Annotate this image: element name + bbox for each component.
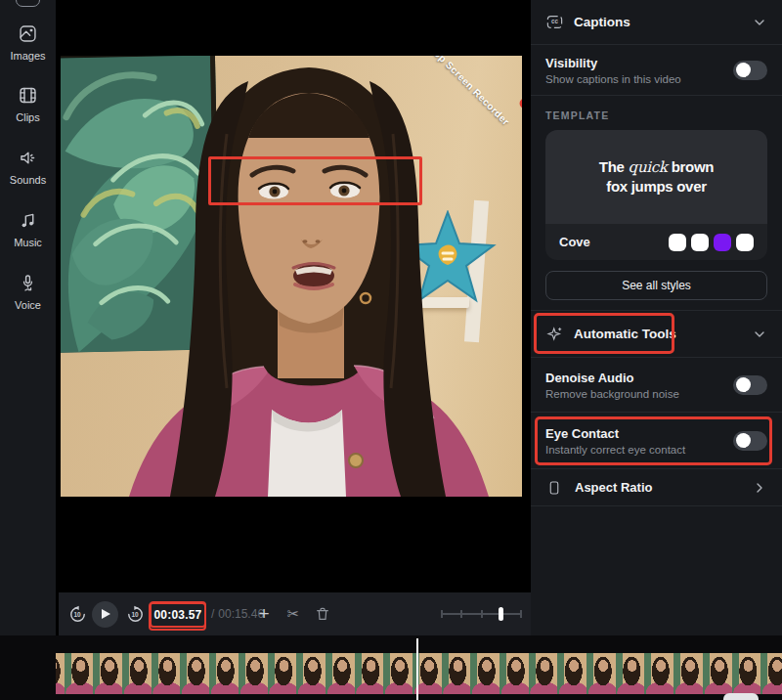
eye-contact-row: Eye Contact Instantly correct eye contac… [531, 413, 782, 469]
timeline-thumbnail[interactable] [529, 653, 558, 694]
bottom-corner-button[interactable] [723, 693, 759, 700]
sidebar-item-music[interactable]: Music [0, 210, 56, 248]
timeline-thumbnail[interactable] [760, 653, 782, 694]
color-swatch[interactable] [669, 234, 686, 251]
template-word: brown [672, 157, 715, 177]
automatic-tools-header[interactable]: Automatic Tools [531, 311, 782, 358]
sidebar-item-voice[interactable]: Voice [0, 273, 56, 311]
denoise-audio-row: Denoise Audio Remove background noise [531, 358, 782, 413]
template-word: The [599, 157, 625, 177]
sidebar-item-label: Music [14, 237, 42, 248]
forward-10-button[interactable]: 10 [122, 592, 148, 635]
split-scissors-button[interactable]: ✂ [282, 592, 305, 635]
timeline-thumbnail[interactable] [703, 653, 732, 694]
eye-contact-subtitle: Instantly correct eye contact [545, 444, 685, 456]
play-icon [102, 609, 110, 619]
visibility-toggle[interactable] [733, 61, 767, 80]
timeline-thumbnail[interactable] [616, 653, 645, 694]
sidebar-item-clips[interactable]: Clips [0, 85, 56, 123]
video-editor-app: Images Clips Sounds Music [0, 0, 782, 700]
images-icon [18, 23, 38, 44]
color-swatch[interactable] [691, 234, 709, 251]
partial-sidebar-icon [16, 0, 40, 7]
timeline-thumbnail[interactable] [296, 653, 326, 694]
template-section-label: TEMPLATE [545, 109, 767, 121]
playback-controls: 10 10 00:03.57 / 00:15.46 + ✂ [59, 592, 531, 635]
template-style-row: Cove [545, 224, 767, 260]
sidebar: Images Clips Sounds Music [0, 0, 56, 635]
template-section: TEMPLATE The quick brown fox jumps over … [531, 96, 782, 311]
template-preview: The quick brown fox jumps over [545, 130, 767, 224]
zoom-slider-thumb[interactable] [499, 607, 503, 621]
timeline-thumbnail[interactable] [122, 653, 152, 694]
timeline-thumbnail[interactable] [470, 653, 500, 694]
denoise-toggle[interactable] [733, 375, 767, 395]
current-time-value: 00:03.57 [154, 608, 202, 622]
timeline-thumbnail[interactable] [152, 653, 181, 694]
template-card[interactable]: The quick brown fox jumps over Cove [545, 130, 767, 260]
video-preview: iTop Screen Recorder [61, 56, 522, 497]
timeline-thumbnail[interactable] [355, 653, 384, 694]
voice-icon [18, 273, 38, 293]
timeline-zoom-slider[interactable] [441, 613, 522, 615]
timeline-thumbnail[interactable] [673, 653, 703, 694]
sidebar-item-images[interactable]: Images [0, 23, 56, 62]
add-clip-button[interactable]: + [252, 592, 276, 635]
timeline [0, 635, 782, 700]
timeline-thumbnail[interactable] [209, 653, 239, 694]
see-all-styles-button[interactable]: See all styles [545, 271, 767, 300]
timeline-thumbnail[interactable] [239, 653, 268, 694]
sidebar-item-label: Sounds [10, 174, 46, 186]
clips-icon [18, 85, 38, 106]
visibility-subtitle: Show captions in this video [545, 73, 681, 85]
timeline-thumbnail[interactable] [586, 653, 616, 694]
eye-contact-toggle[interactable] [733, 431, 767, 451]
template-word-script: quick [629, 157, 668, 177]
timeline-thumbnail[interactable] [326, 653, 355, 694]
timeline-thumbnail[interactable] [56, 653, 65, 694]
time-separator: / [211, 607, 214, 621]
timeline-thumbnails [56, 653, 782, 694]
timeline-thumbnail[interactable] [180, 653, 209, 694]
template-line2: fox jumps over [606, 177, 707, 197]
timeline-thumbnail[interactable] [644, 653, 673, 694]
sidebar-item-label: Images [10, 50, 45, 62]
chevron-down-icon [752, 15, 767, 30]
sounds-icon [18, 148, 38, 168]
rewind-10-button[interactable]: 10 [65, 592, 90, 635]
automatic-tools-title: Automatic Tools [574, 327, 676, 341]
timeline-thumbnail[interactable] [65, 653, 94, 694]
timeline-thumbnail[interactable] [93, 653, 122, 694]
visibility-title: Visibility [545, 56, 681, 70]
timeline-thumbnail[interactable] [268, 653, 297, 694]
denoise-title: Denoise Audio [545, 371, 679, 385]
timeline-thumbnail[interactable] [732, 653, 761, 694]
timeline-thumbnail[interactable] [557, 653, 586, 694]
play-circle [92, 601, 118, 628]
captions-section-header[interactable]: cc Captions [531, 0, 782, 45]
sidebar-item-sounds[interactable]: Sounds [0, 148, 56, 186]
timeline-thumbnail[interactable] [442, 653, 471, 694]
delete-button[interactable] [311, 592, 334, 635]
captions-title: Captions [574, 15, 630, 29]
svg-text:cc: cc [551, 18, 559, 24]
current-time: 00:03.57 [150, 601, 206, 628]
denoise-subtitle: Remove background noise [545, 388, 679, 400]
aspect-ratio-row[interactable]: Aspect Ratio [531, 469, 782, 506]
play-button[interactable] [91, 592, 118, 635]
settings-panel: cc Captions Visibility Show captions in … [531, 0, 782, 635]
presenter-person [61, 56, 522, 497]
captions-icon: cc [545, 13, 564, 31]
color-swatch[interactable] [736, 234, 754, 251]
visibility-row: Visibility Show captions in this video [531, 45, 782, 96]
color-swatch[interactable] [714, 234, 731, 251]
aspect-ratio-icon [545, 479, 563, 497]
chevron-right-icon [752, 480, 767, 496]
timeline-thumbnail[interactable] [383, 653, 413, 694]
playhead[interactable] [416, 638, 418, 700]
preview-stage: iTop Screen Recorder 10 10 00:03. [56, 0, 531, 635]
timeline-thumbnail[interactable] [500, 653, 529, 694]
chevron-down-icon [752, 327, 767, 342]
aspect-ratio-title: Aspect Ratio [575, 480, 652, 495]
music-icon [18, 210, 38, 231]
